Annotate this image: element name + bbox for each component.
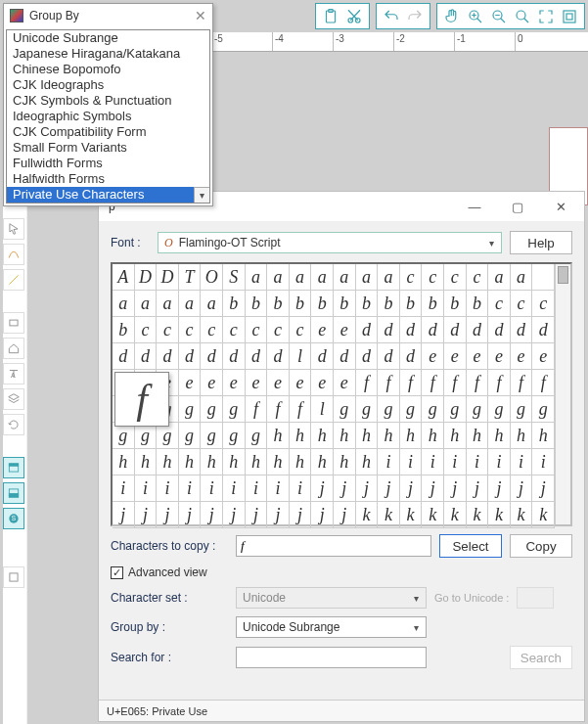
glyph-cell[interactable]: c bbox=[422, 264, 444, 291]
groupby-item[interactable]: Small Form Variants bbox=[7, 140, 209, 156]
glyph-cell[interactable]: i bbox=[422, 449, 444, 475]
glyph-cell[interactable]: i bbox=[113, 475, 135, 502]
tool-misc-icon[interactable] bbox=[3, 566, 24, 588]
glyph-cell[interactable]: f bbox=[267, 396, 290, 423]
minimize-button[interactable]: — bbox=[453, 193, 496, 220]
cut-icon[interactable] bbox=[343, 6, 365, 27]
glyph-cell[interactable]: d bbox=[135, 343, 158, 370]
glyph-cell[interactable]: j bbox=[378, 475, 400, 502]
glyph-cell[interactable]: e bbox=[267, 370, 290, 396]
glyph-cell[interactable]: h bbox=[356, 449, 379, 475]
glyph-cell[interactable]: b bbox=[422, 291, 444, 317]
glyph-cell[interactable]: c bbox=[179, 317, 202, 343]
glyph-cell[interactable]: h bbox=[311, 423, 334, 449]
glyph-cell[interactable]: k bbox=[444, 502, 467, 528]
groupby-item[interactable]: CJK Compatibility Form bbox=[7, 124, 209, 140]
glyph-cell[interactable]: g bbox=[422, 396, 444, 423]
glyph-cell[interactable]: k bbox=[467, 502, 489, 528]
glyph-cell[interactable]: g bbox=[356, 396, 379, 423]
tool-rotate-icon[interactable] bbox=[3, 414, 24, 435]
glyph-cell[interactable]: g bbox=[201, 423, 223, 449]
glyph-cell[interactable]: c bbox=[488, 291, 511, 317]
glyph-cell[interactable]: D bbox=[135, 264, 158, 291]
glyph-cell[interactable]: d bbox=[201, 343, 223, 370]
redo-icon[interactable] bbox=[404, 6, 426, 27]
glyph-cell[interactable]: O bbox=[201, 264, 223, 291]
glyph-cell[interactable]: d bbox=[378, 317, 400, 343]
glyph-cell[interactable]: a bbox=[311, 264, 334, 291]
glyph-cell[interactable]: e bbox=[201, 370, 223, 396]
glyph-cell[interactable]: j bbox=[201, 502, 223, 528]
glyph-cell[interactable]: d bbox=[223, 343, 246, 370]
glyph-cell[interactable]: i bbox=[444, 449, 467, 475]
glyph-cell[interactable]: i bbox=[532, 449, 555, 475]
groupby-item[interactable]: Fullwidth Forms bbox=[7, 156, 209, 171]
tool-line-icon[interactable] bbox=[3, 269, 24, 291]
glyph-cell[interactable]: j bbox=[157, 502, 179, 528]
glyph-grid[interactable]: ADDTOSaaaaaaaccccaa aaaaabbbbbbbbbbbbccc… bbox=[113, 264, 555, 524]
glyph-cell[interactable]: a bbox=[113, 291, 135, 317]
glyph-cell[interactable]: h bbox=[179, 449, 202, 475]
glyph-cell[interactable]: g bbox=[378, 396, 400, 423]
glyph-cell[interactable]: g bbox=[157, 423, 179, 449]
advanced-checkbox[interactable]: ✓ Advanced view bbox=[111, 566, 207, 579]
glyph-cell[interactable]: f bbox=[511, 370, 533, 396]
glyph-cell[interactable]: j bbox=[135, 502, 158, 528]
glyph-cell[interactable]: k bbox=[511, 502, 533, 528]
glyph-cell[interactable]: e bbox=[179, 370, 202, 396]
glyph-cell[interactable]: h bbox=[290, 449, 312, 475]
groupby-list[interactable]: Unicode SubrangeJapanese Hiragana/Kataka… bbox=[7, 30, 209, 203]
glyph-cell[interactable]: e bbox=[532, 343, 555, 370]
glyph-cell[interactable]: b bbox=[467, 291, 489, 317]
tool-text-icon[interactable]: A bbox=[3, 363, 24, 385]
glyph-cell[interactable]: k bbox=[532, 502, 555, 528]
glyph-cell[interactable]: c bbox=[157, 317, 179, 343]
glyph-cell[interactable]: g bbox=[135, 423, 158, 449]
copy-button[interactable]: Copy bbox=[510, 534, 572, 558]
glyph-cell[interactable]: a bbox=[378, 264, 400, 291]
glyph-cell[interactable]: c bbox=[400, 264, 423, 291]
glyph-cell[interactable]: h bbox=[532, 423, 555, 449]
glyph-cell[interactable]: h bbox=[467, 423, 489, 449]
glyph-cell[interactable]: a bbox=[135, 291, 158, 317]
glyph-cell[interactable]: j bbox=[179, 502, 202, 528]
maximize-button[interactable]: ▢ bbox=[496, 193, 539, 220]
glyph-cell[interactable]: S bbox=[223, 264, 246, 291]
glyph-cell[interactable]: g bbox=[467, 396, 489, 423]
glyph-cell[interactable]: A bbox=[113, 264, 135, 291]
glyph-cell[interactable]: i bbox=[290, 475, 312, 502]
glyph-cell[interactable]: c bbox=[135, 317, 158, 343]
glyph-cell[interactable]: i bbox=[179, 475, 202, 502]
glyph-cell[interactable]: a bbox=[246, 264, 268, 291]
groupby-item[interactable]: Unicode Subrange bbox=[7, 30, 209, 46]
glyph-cell[interactable] bbox=[532, 264, 555, 291]
close-button[interactable]: ✕ bbox=[539, 193, 582, 220]
tool-home-icon[interactable] bbox=[3, 338, 24, 359]
glyph-cell[interactable]: g bbox=[223, 396, 246, 423]
glyph-cell[interactable]: j bbox=[223, 502, 246, 528]
glyph-cell[interactable]: a bbox=[267, 264, 290, 291]
glyph-cell[interactable]: d bbox=[334, 343, 356, 370]
glyph-cell[interactable]: a bbox=[356, 264, 379, 291]
glyph-cell[interactable]: i bbox=[223, 475, 246, 502]
glyph-cell[interactable]: d bbox=[422, 317, 444, 343]
glyph-cell[interactable]: h bbox=[135, 449, 158, 475]
glyph-cell[interactable]: f bbox=[400, 370, 423, 396]
zoom-reset-icon[interactable] bbox=[512, 6, 533, 27]
groupby-item[interactable]: Ideographic Symbols bbox=[7, 109, 209, 124]
glyph-cell[interactable]: k bbox=[356, 502, 379, 528]
glyph-cell[interactable]: e bbox=[246, 370, 268, 396]
glyph-cell[interactable]: d bbox=[157, 343, 179, 370]
charset-combo[interactable]: Unicode ▾ bbox=[236, 587, 427, 609]
glyph-cell[interactable]: h bbox=[246, 449, 268, 475]
glyph-cell[interactable]: j bbox=[444, 475, 467, 502]
glyph-cell[interactable]: a bbox=[488, 264, 511, 291]
glyph-cell[interactable]: b bbox=[378, 291, 400, 317]
glyph-cell[interactable]: i bbox=[511, 449, 533, 475]
select-button[interactable]: Select bbox=[439, 534, 502, 558]
glyph-cell[interactable]: f bbox=[422, 370, 444, 396]
glyph-cell[interactable]: k bbox=[378, 502, 400, 528]
glyph-cell[interactable]: c bbox=[444, 264, 467, 291]
groupby-item[interactable]: Chinese Bopomofo bbox=[7, 62, 209, 77]
chars-copy-input[interactable] bbox=[236, 535, 431, 557]
